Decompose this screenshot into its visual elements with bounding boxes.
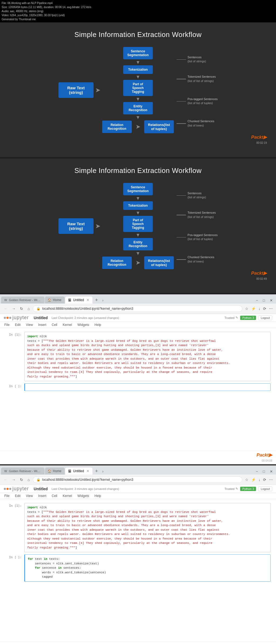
slide1-label-4: Chunked Sentences (list of trees): [177, 117, 218, 130]
jupyter-rings-2: [4, 488, 11, 490]
tab-label-notebook-2: Untitled: [73, 469, 84, 473]
tab-untitled-2[interactable]: 📓 Untitled ✕: [65, 468, 92, 475]
tab-favicon-home-2: 🏠: [48, 469, 51, 473]
tab-home-2[interactable]: 🏠 Home: [45, 468, 65, 475]
maximize-button-1[interactable]: □: [261, 298, 267, 302]
checkpoint-info-1: Last Checkpoint: 2 minutes ago (unsaved …: [51, 316, 119, 319]
menu-cell-1[interactable]: Cell: [51, 322, 58, 327]
download-icon-2[interactable]: ↓: [258, 477, 261, 482]
slide1: Simple Information Extraction Workflow R…: [0, 22, 276, 157]
home-nav-button-1[interactable]: ⌂: [26, 306, 31, 311]
menu-edit-1[interactable]: Edit: [14, 322, 21, 327]
down-arrow-2-4: ▼: [136, 251, 140, 256]
slide2-title: Simple Information Extraction Workflow: [5, 166, 271, 175]
menu-view-1[interactable]: View: [25, 322, 33, 327]
timecode-1: 00:02:19: [256, 141, 267, 144]
menu-insert-1[interactable]: Insert: [38, 322, 47, 327]
lock-icon-1: 🔒: [36, 307, 40, 311]
process-box-1-2: Tokenization: [123, 65, 153, 74]
menu-cell-2[interactable]: Cell: [51, 493, 58, 498]
extensions-icon-1[interactable]: ⚡: [251, 306, 256, 311]
refresh-button-2[interactable]: ↻: [19, 477, 24, 482]
output-label-2-1: Sentences: [188, 191, 206, 195]
slide1-right-labels: Sentences (list of strings) Tokenized Se…: [177, 47, 218, 133]
process-box-2-5: Relation Recognition: [102, 257, 132, 269]
menu-help-2[interactable]: Help: [94, 493, 102, 498]
bookmark-icon-2[interactable]: ☆: [244, 477, 249, 482]
tab-home-1[interactable]: 🏠 Home: [45, 297, 65, 304]
address-field-2[interactable]: 🔒 localhost:8888/notebooks/Untitled.ipyn…: [33, 476, 242, 483]
menu-file-2[interactable]: File: [4, 493, 10, 498]
notebook-title-2: Untitled: [34, 487, 48, 491]
packt-branding-3: Packt▶ 00:04:08: [0, 451, 276, 464]
ring-orange-1: [6, 317, 9, 319]
timecode-3: 00:04:08: [262, 459, 272, 462]
video-info-line2: Size: 12695494 bytes (12.11 MiB), durati…: [2, 5, 274, 9]
new-tab-button-1[interactable]: +: [93, 298, 100, 302]
output-label-1-1b: (list of strings): [188, 59, 206, 63]
menu-kernel-1[interactable]: Kernel: [62, 322, 73, 327]
trusted-badge-2: Trusted ✎: [225, 487, 238, 490]
logout-button-2[interactable]: Logout: [258, 486, 272, 491]
close-button-1[interactable]: ✕: [268, 298, 275, 302]
video-info-line3: Audio: aac, 48000 Hz, stereo (eng): [2, 9, 274, 13]
back-button-1[interactable]: ←: [3, 306, 9, 311]
forward-button-2[interactable]: →: [11, 477, 17, 482]
down-arrow-1-2: ▼: [136, 74, 140, 79]
cell-content-2-2[interactable]: for text in texts: sentences = nltk.sent…: [24, 554, 271, 582]
packt-logo-4: Packt▶: [257, 643, 272, 644]
tab-golden-retriever-2[interactable]: W Golden Retriever - Wikip...: [1, 468, 44, 475]
arrow-right-final-1: ➤: [136, 123, 140, 130]
pencil-icon-2: ✎: [236, 487, 238, 490]
home-nav-button-2[interactable]: ⌂: [26, 477, 31, 482]
tab-untitled-1[interactable]: 📓 Untitled ✕: [65, 297, 92, 304]
menu-kernel-2[interactable]: Kernel: [62, 493, 73, 498]
process-box-1-5: Relation Recognition: [102, 121, 132, 133]
tab-nav-arrows-2[interactable]: ›: [101, 469, 105, 473]
address-text-1: localhost:8888/notebooks/Untitled.ipynb?…: [42, 307, 133, 311]
down-arrow-2-2: ▼: [136, 210, 140, 215]
minimize-button-1[interactable]: −: [254, 298, 260, 302]
sync-icon-1[interactable]: ⟳: [263, 306, 267, 311]
bookmark-icon-1[interactable]: ☆: [244, 306, 249, 311]
download-icon-1[interactable]: ↓: [258, 306, 261, 311]
address-field-1[interactable]: 🔒 localhost:8888/notebooks/Untitled.ipyn…: [33, 305, 242, 312]
down-arrow-2-1: ▼: [136, 196, 140, 201]
menu-icon-1[interactable]: ⋯: [268, 306, 273, 311]
maximize-button-2[interactable]: □: [261, 469, 267, 473]
menu-insert-2[interactable]: Insert: [38, 493, 47, 498]
tab-nav-arrows-1[interactable]: ›: [101, 298, 105, 302]
cell-content-2-1[interactable]: import nltk texts = ["""The Golden Retri…: [24, 503, 271, 552]
tab-golden-retriever-1[interactable]: W Golden Retriever - Wikip...: [1, 297, 44, 304]
menu-view-2[interactable]: View: [25, 493, 33, 498]
menu-file-1[interactable]: File: [4, 322, 10, 327]
jupyter-logo-1: jupyter: [4, 315, 29, 321]
notebook-spacer-2: [0, 588, 276, 642]
forward-button-1[interactable]: →: [11, 306, 17, 311]
menu-icon-2[interactable]: ⋯: [268, 477, 273, 482]
back-button-2[interactable]: ←: [3, 477, 9, 482]
menu-help-1[interactable]: Help: [94, 322, 102, 327]
sync-icon-2[interactable]: ⟳: [263, 477, 267, 482]
cell-content-1-1[interactable]: import nltk texts = ["""The Golden Retri…: [24, 332, 271, 381]
menu-widgets-1[interactable]: Widgets: [77, 322, 89, 327]
tab-favicon-notebook-2: 📓: [68, 469, 72, 473]
down-arrow-1-1: ▼: [136, 60, 140, 65]
new-tab-button-2[interactable]: +: [93, 469, 100, 473]
cell-content-1-2[interactable]: [24, 383, 271, 391]
refresh-button-1[interactable]: ↻: [19, 306, 24, 311]
code-cell-2-2: In [ ]: for text in texts: sentences = n…: [5, 554, 271, 582]
close-button-2[interactable]: ✕: [268, 469, 275, 473]
menu-edit-2[interactable]: Edit: [14, 493, 21, 498]
tab-close-2[interactable]: ✕: [87, 469, 89, 473]
menu-widgets-2[interactable]: Widgets: [77, 493, 89, 498]
ring-gray-2: [4, 488, 6, 490]
output-label-1-4: Chunked Sentences: [188, 119, 214, 123]
minimize-button-2[interactable]: −: [254, 469, 260, 473]
logout-button-1[interactable]: Logout: [258, 315, 272, 320]
tab-label-wiki-1: Golden Retriever - Wikip...: [9, 298, 41, 302]
tab-close-1[interactable]: ✕: [87, 298, 89, 302]
extensions-icon-2[interactable]: ⚡: [251, 477, 256, 482]
tab-favicon-wiki-2: W: [4, 469, 8, 473]
slide2-label-2: Tokenized Sentences (list of list of str…: [177, 209, 218, 222]
